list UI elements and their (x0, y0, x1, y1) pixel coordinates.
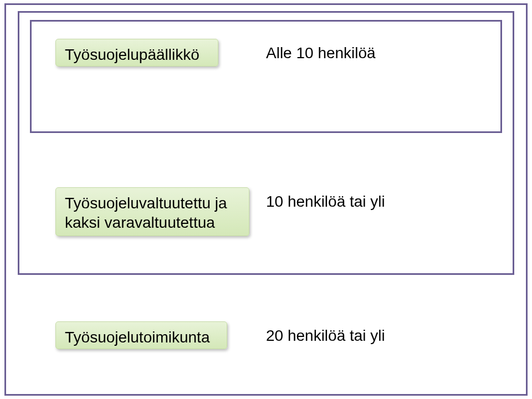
role-box-2: Työsuojeluvaltuutettu ja kaksi varavaltu… (55, 187, 249, 236)
threshold-label-1: Alle 10 henkilöä (266, 43, 376, 63)
threshold-label-2: 10 henkilöä tai yli (266, 192, 385, 211)
role-box-3-text: Työsuojelutoimikunta (65, 329, 209, 346)
role-box-3: Työsuojelutoimikunta (55, 321, 227, 349)
role-box-1: Työsuojelupäällikkö (55, 39, 218, 66)
role-box-2-text: Työsuojeluvaltuutettu ja kaksi varavaltu… (65, 195, 227, 231)
role-box-1-text: Työsuojelupäällikkö (65, 46, 200, 63)
threshold-label-3: 20 henkilöä tai yli (266, 326, 385, 345)
inner-frame (30, 20, 502, 133)
